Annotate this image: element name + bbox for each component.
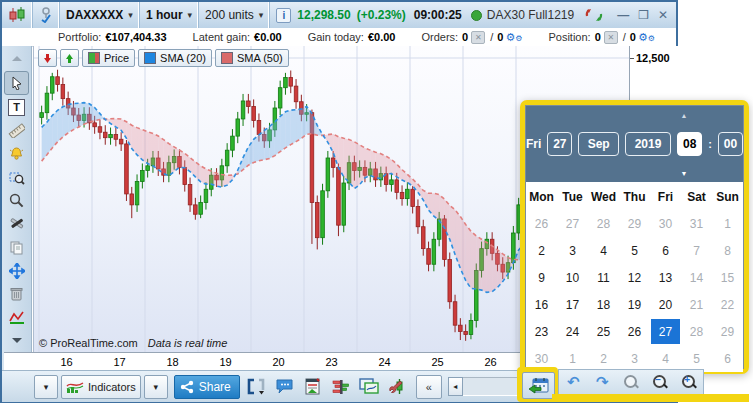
zoom-reset-button[interactable] <box>620 372 642 392</box>
day-field[interactable]: 27 <box>547 132 572 156</box>
calendar-day[interactable]: 28 <box>588 210 619 237</box>
minute-field[interactable]: 00 <box>718 132 743 156</box>
calendar-day[interactable]: 6 <box>650 237 681 264</box>
alert-tool-button[interactable] <box>5 143 28 164</box>
calendar-day[interactable]: 29 <box>712 318 743 345</box>
share-button[interactable]: Share <box>174 375 240 399</box>
calendar-day[interactable]: 5 <box>619 237 650 264</box>
pointer-tool-button[interactable] <box>4 71 29 94</box>
info-icon[interactable]: i <box>276 8 291 23</box>
sell-order-button[interactable] <box>38 49 57 67</box>
calendar-day[interactable]: 26 <box>526 210 557 237</box>
calendar-day[interactable]: 6 <box>712 345 743 372</box>
legend-item-sma20[interactable]: SMA (20) <box>138 49 212 67</box>
minimize-button[interactable]: — <box>617 8 629 22</box>
position-separator: / <box>623 31 626 43</box>
calendar-day[interactable]: 16 <box>526 291 557 318</box>
hour-spin-up-icon[interactable]: ▲ <box>672 112 696 119</box>
scroll-left-button[interactable]: ◂ <box>448 377 463 396</box>
calendar-day[interactable]: 20 <box>650 291 681 318</box>
calendar-day[interactable]: 2 <box>588 345 619 372</box>
calendar-day[interactable]: 25 <box>588 318 619 345</box>
buy-order-button[interactable] <box>60 49 79 67</box>
refresh-icon[interactable] <box>584 7 604 23</box>
month-field[interactable]: Sep <box>578 132 618 156</box>
chat-button[interactable] <box>274 376 296 398</box>
orderbook-button[interactable] <box>330 376 352 398</box>
hour-field[interactable]: 08 <box>677 132 702 156</box>
zoom-out-button[interactable]: − <box>649 372 671 392</box>
scroll-down-icon[interactable] <box>5 330 28 351</box>
calendar-day[interactable]: 8 <box>712 237 743 264</box>
calendar-day[interactable]: 15 <box>712 264 743 291</box>
calendar-day[interactable]: 21 <box>681 291 712 318</box>
delete-tool-button[interactable] <box>5 283 28 304</box>
indicators-button[interactable]: Indicators <box>61 375 141 399</box>
calendar-day-selected[interactable]: 27 <box>650 318 681 345</box>
close-position-button[interactable]: ✕ <box>604 31 618 44</box>
calendar-day[interactable]: 12 <box>619 264 650 291</box>
orders-settings-icon[interactable]: ⚙⚙ <box>505 31 522 44</box>
year-field[interactable]: 2019 <box>625 132 671 156</box>
legend-item-sma50[interactable]: SMA (50) <box>215 49 289 67</box>
ruler-tool-button[interactable] <box>5 120 28 141</box>
close-button[interactable]: ✕ <box>658 8 668 22</box>
hour-spin-down-icon[interactable]: ▼ <box>672 170 696 177</box>
calendar-day[interactable]: 30 <box>650 210 681 237</box>
link-pin-button[interactable] <box>33 2 60 28</box>
calendar-day[interactable]: 4 <box>588 237 619 264</box>
calendar-day[interactable]: 22 <box>712 291 743 318</box>
tools-button[interactable] <box>5 213 28 234</box>
redo-button[interactable]: ↷ <box>591 372 613 392</box>
calendar-day[interactable]: 23 <box>526 318 557 345</box>
calendar-day[interactable]: 13 <box>650 264 681 291</box>
legend-item-price[interactable]: Price <box>82 49 135 67</box>
collapse-toolbar-button[interactable]: « <box>416 375 442 399</box>
copy-tool-button[interactable] <box>5 237 28 258</box>
zoom-in-button[interactable]: + <box>678 372 700 392</box>
timeframe-selector[interactable]: 1 hour ▾ <box>140 2 199 28</box>
calendar-day[interactable]: 4 <box>650 345 681 372</box>
calendar-day[interactable]: 24 <box>557 318 588 345</box>
calendar-day[interactable]: 17 <box>557 291 588 318</box>
calendar-day[interactable]: 14 <box>681 264 712 291</box>
calendar-day[interactable]: 9 <box>526 264 557 291</box>
calendar-day[interactable]: 11 <box>588 264 619 291</box>
cancel-orders-button[interactable]: ✕ <box>471 31 485 44</box>
calendar-day[interactable]: 29 <box>619 210 650 237</box>
calendar-day[interactable]: 1 <box>557 345 588 372</box>
text-tool-button[interactable]: T <box>5 97 28 118</box>
calendar-day[interactable]: 18 <box>588 291 619 318</box>
calendar-day[interactable]: 3 <box>619 345 650 372</box>
calendar-day[interactable]: 19 <box>619 291 650 318</box>
calendar-day[interactable]: 27 <box>557 210 588 237</box>
calendar-day[interactable]: 1 <box>712 210 743 237</box>
chart-style-button[interactable] <box>2 2 33 28</box>
workspaces-button[interactable] <box>358 376 380 398</box>
move-tool-button[interactable] <box>5 260 28 281</box>
maximize-button[interactable]: ❒ <box>638 8 649 22</box>
calendar-day[interactable]: 31 <box>681 210 712 237</box>
calendar-day[interactable]: 3 <box>557 237 588 264</box>
chart-type-dropdown[interactable]: ▾ <box>34 375 58 399</box>
units-selector[interactable]: 200 units ▾ <box>199 2 270 28</box>
instrument-selector[interactable]: DAXXXXX ▾ <box>60 2 140 28</box>
position-settings-icon[interactable]: ⚙⚙ <box>638 31 655 44</box>
goto-date-button[interactable] <box>522 372 555 399</box>
calendar-day[interactable]: 10 <box>557 264 588 291</box>
calendar-day[interactable]: 26 <box>619 318 650 345</box>
undo-button[interactable]: ↶ <box>562 372 584 392</box>
calendar-day[interactable]: 7 <box>681 237 712 264</box>
zoom-tool-button[interactable] <box>5 190 28 211</box>
zoom-area-tool-button[interactable] <box>5 167 28 188</box>
calendar-day[interactable]: 28 <box>681 318 712 345</box>
scroll-up-icon[interactable] <box>5 48 28 69</box>
calendar-day[interactable]: 2 <box>526 237 557 264</box>
detach-window-button[interactable] <box>246 376 268 398</box>
calendar-day[interactable]: 5 <box>681 345 712 372</box>
indicators-dropdown[interactable]: ▾ <box>144 375 168 399</box>
news-button[interactable] <box>302 376 324 398</box>
trading-options-button[interactable] <box>386 376 408 398</box>
zigzag-tool-button[interactable] <box>5 307 28 328</box>
bell-icon <box>9 146 24 161</box>
